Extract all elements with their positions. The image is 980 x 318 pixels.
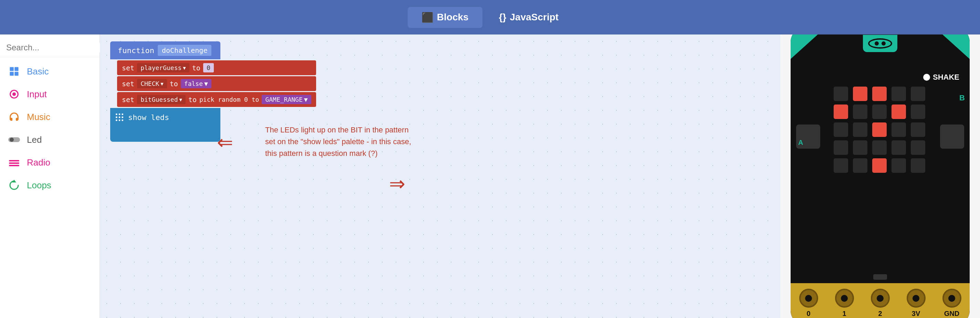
pin-hole-inner-4	[948, 295, 955, 302]
javascript-button[interactable]: {} JavaScript	[485, 7, 572, 27]
svg-rect-16	[119, 117, 120, 118]
sidebar-item-loops[interactable]: Loops	[0, 174, 100, 197]
mb-led-15	[834, 141, 848, 155]
loops-label: Loops	[27, 180, 51, 191]
sidebar-item-led[interactable]: Led	[0, 128, 100, 151]
mb-led-13	[891, 123, 906, 137]
sidebar-item-radio[interactable]: Radio	[0, 151, 100, 174]
small-connector	[873, 274, 887, 280]
svg-rect-10	[9, 165, 19, 166]
annotation-container: ⇒ The LEDs light up on the BIT in the pa…	[265, 124, 417, 159]
mb-led-17	[872, 141, 887, 155]
led-display	[834, 86, 927, 173]
block-row-1[interactable]: set playerGuess ▼ to 0	[117, 60, 316, 75]
sidebar-item-basic[interactable]: Basic	[0, 60, 100, 83]
dropdown-icon-3[interactable]: ▼	[180, 97, 182, 102]
value-false[interactable]: false ▼	[181, 79, 212, 88]
svg-rect-9	[9, 163, 19, 164]
microbit-panel: SHAKE B A 0123VGND	[780, 35, 980, 318]
blocks-icon: ⬛	[422, 12, 434, 23]
basic-icon	[8, 65, 21, 78]
svg-rect-18	[116, 120, 117, 121]
mb-led-8	[891, 104, 906, 119]
pin-circle-4[interactable]	[942, 289, 961, 308]
block-row-3[interactable]: set bitGuessed ▼ to pick random 0 to GAM…	[117, 92, 316, 107]
button-a[interactable]: A	[796, 125, 820, 149]
annotation-text: The LEDs light up on the BIT in the patt…	[265, 126, 411, 158]
top-bar: ⬛ Blocks {} JavaScript	[0, 0, 980, 35]
set-keyword-2: set	[122, 80, 134, 88]
pin-label-3: 3V	[912, 310, 920, 318]
pin-0: 0	[791, 289, 826, 318]
svg-rect-3	[14, 72, 18, 75]
dropdown-icon-1[interactable]: ▼	[183, 65, 186, 71]
pin-label-2: 2	[878, 310, 882, 318]
var-bitguessed-label: bitGuessed	[140, 96, 178, 103]
to-keyword-3: to	[188, 96, 197, 104]
pin-circle-3[interactable]	[907, 289, 926, 308]
notch-tr	[932, 35, 942, 42]
mb-led-6	[853, 104, 867, 119]
mb-led-24	[911, 158, 925, 173]
javascript-label: JavaScript	[510, 12, 558, 23]
music-icon	[8, 110, 21, 123]
function-keyword: function	[118, 46, 154, 55]
var-bitguessed[interactable]: bitGuessed ▼	[137, 95, 186, 104]
blocks-canvas: function doChallenge set playerGuess ▼ t…	[100, 35, 780, 318]
mb-led-11	[853, 123, 867, 137]
set-keyword-1: set	[122, 64, 134, 72]
sidebar-item-music[interactable]: Music	[0, 105, 100, 128]
svg-rect-19	[119, 120, 120, 121]
connector-dot-2	[881, 42, 886, 46]
blocks-button[interactable]: ⬛ Blocks	[408, 7, 482, 28]
pin-2: 2	[862, 289, 898, 318]
game-range-label: GAME_RANGE	[265, 96, 302, 103]
show-leds-label: show leds	[128, 113, 169, 122]
mb-led-10	[834, 123, 848, 137]
search-input[interactable]	[6, 43, 109, 53]
pin-circle-2[interactable]	[871, 289, 890, 308]
mb-led-0	[834, 86, 848, 101]
shake-label: SHAKE	[923, 73, 959, 82]
block-row-2[interactable]: set CHECK ▼ to false ▼	[117, 76, 316, 91]
mb-led-5	[834, 104, 848, 119]
svg-rect-0	[10, 67, 14, 71]
b-text: B	[959, 93, 965, 102]
pin-hole-inner-0	[805, 295, 812, 302]
var-playerguess-label: playerGuess	[140, 64, 181, 71]
loops-icon	[8, 179, 21, 192]
value-0[interactable]: 0	[203, 63, 214, 72]
var-playerguesss[interactable]: playerGuess ▼	[137, 63, 189, 72]
to-keyword-1: to	[192, 64, 200, 72]
pin-label-1: 1	[842, 310, 846, 318]
show-leds-header: show leds	[115, 113, 216, 122]
dropdown-icon-2[interactable]: ▼	[161, 81, 163, 86]
mb-led-9	[911, 104, 925, 119]
var-check[interactable]: CHECK ▼	[137, 79, 167, 88]
svg-point-5	[13, 93, 16, 96]
set-keyword-3: set	[122, 96, 134, 104]
music-label: Music	[27, 112, 50, 123]
pin-hole-inner-3	[913, 295, 920, 302]
arrow-left-icon: ⇒	[217, 131, 233, 153]
show-leds-block[interactable]: show leds	[110, 108, 220, 142]
svg-rect-8	[9, 160, 19, 161]
mb-led-23	[891, 158, 906, 173]
leds-grid	[115, 126, 216, 137]
svg-rect-15	[116, 117, 117, 118]
dropdown-range-icon[interactable]: ▼	[304, 96, 308, 103]
pin-3v: 3V	[898, 289, 934, 318]
pin-circle-1[interactable]	[835, 289, 854, 308]
dropdown-false-icon[interactable]: ▼	[204, 80, 208, 87]
pin-circle-0[interactable]	[799, 289, 818, 308]
shake-text: SHAKE	[933, 73, 959, 82]
button-b[interactable]	[940, 125, 964, 149]
game-range-badge[interactable]: GAME_RANGE ▼	[262, 95, 311, 104]
function-header[interactable]: function doChallenge	[110, 42, 220, 59]
svg-rect-17	[122, 117, 123, 118]
b-label: B	[959, 93, 965, 102]
sidebar-item-input[interactable]: Input	[0, 83, 100, 105]
input-icon	[8, 88, 21, 101]
mb-led-18	[891, 141, 906, 155]
svg-rect-1	[14, 67, 18, 71]
